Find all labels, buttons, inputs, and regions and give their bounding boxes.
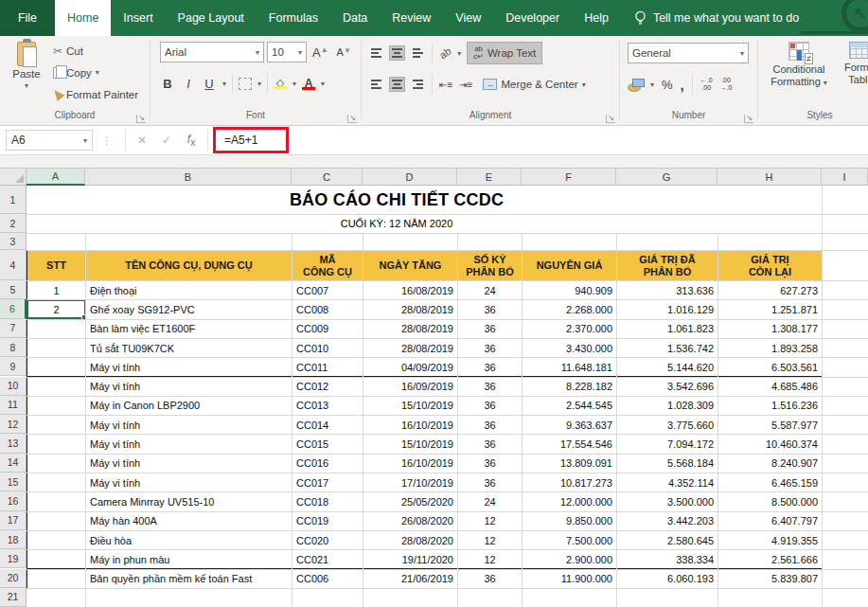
dialog-launcher-icon[interactable]: ↘ (347, 115, 357, 123)
table-cell[interactable]: 8.240.907 (718, 455, 823, 473)
table-cell[interactable]: 4.685.486 (718, 377, 823, 396)
table-cell[interactable]: CC018 (292, 492, 363, 511)
table-cell[interactable]: 1.893.258 (718, 339, 823, 358)
center-button[interactable] (390, 78, 404, 91)
col-header-A[interactable]: A (27, 169, 85, 186)
number-format-select[interactable]: General▾ (628, 43, 749, 63)
table-cell[interactable] (27, 320, 86, 339)
table-cell[interactable]: Điều hòa (86, 531, 292, 550)
table-cell[interactable]: 17/10/2019 (363, 473, 458, 492)
percent-style-button[interactable]: % (662, 78, 673, 92)
row-header-1[interactable]: 1 (0, 186, 27, 214)
table-cell[interactable]: Ghế xoay SG912-PVC (86, 300, 292, 319)
italic-button[interactable]: I (181, 77, 196, 91)
table-cell[interactable]: 6.060.193 (617, 569, 718, 588)
table-cell[interactable]: 1.028.309 (617, 397, 718, 416)
table-cell[interactable]: CC015 (292, 435, 363, 454)
table-cell[interactable]: 9.850.000 (523, 512, 617, 531)
table-cell[interactable]: 313.636 (617, 281, 718, 300)
table-cell[interactable]: 10.460.374 (718, 435, 823, 454)
table-cell[interactable]: 2.268.000 (523, 300, 617, 319)
table-cell[interactable]: 1.251.871 (718, 300, 823, 319)
table-cell[interactable]: Máy vi tính (86, 435, 292, 454)
table-cell[interactable]: 28/08/2019 (363, 300, 458, 319)
table-cell[interactable]: 16/10/2019 (363, 455, 458, 473)
dialog-launcher-icon[interactable]: ↘ (136, 115, 146, 123)
table-cell[interactable]: 2.580.645 (617, 531, 718, 550)
table-cell[interactable]: 2.561.666 (718, 550, 823, 569)
table-cell[interactable]: 36 (458, 377, 523, 396)
table-cell[interactable] (27, 397, 86, 416)
table-cell[interactable] (27, 550, 86, 569)
table-cell[interactable]: CC013 (292, 397, 363, 416)
table-cell[interactable]: 5.144.620 (617, 358, 718, 377)
table-cell[interactable]: 940.909 (523, 281, 617, 300)
table-cell[interactable]: 04/09/2019 (363, 358, 458, 377)
table-cell[interactable]: 2.900.000 (523, 550, 617, 569)
col-header-E[interactable]: E (457, 169, 522, 186)
table-cell[interactable]: 28/08/2020 (363, 531, 458, 550)
format-painter-button[interactable]: Format Painter (53, 83, 138, 105)
col-header-F[interactable]: F (522, 169, 616, 186)
table-cell[interactable]: 36 (458, 300, 523, 319)
table-cell[interactable]: 3.775.660 (617, 416, 718, 435)
table-cell[interactable]: 338.334 (617, 550, 718, 569)
table-cell[interactable]: 1.516.236 (718, 397, 823, 416)
table-cell[interactable] (27, 512, 86, 531)
row-header-2[interactable]: 2 (0, 214, 27, 233)
col-header-C[interactable]: C (292, 169, 363, 186)
row-header-11[interactable]: 11 (0, 396, 27, 415)
align-left-button[interactable] (369, 78, 383, 91)
table-cell[interactable]: 2.544.545 (523, 397, 617, 416)
table-cell[interactable]: 6.465.159 (718, 473, 823, 492)
row-header-14[interactable]: 14 (0, 454, 27, 473)
table-cell[interactable]: 36 (458, 473, 523, 492)
table-cell[interactable]: 1.016.129 (617, 300, 718, 319)
table-cell[interactable]: 3.500.000 (617, 492, 718, 511)
table-cell[interactable]: CC014 (292, 416, 363, 435)
table-cell[interactable]: CC019 (292, 512, 363, 531)
format-as-table-button[interactable]: Format Table (838, 42, 868, 86)
table-cell[interactable]: 36 (458, 455, 523, 473)
table-cell[interactable]: 36 (458, 416, 523, 435)
table-cell[interactable]: 16/08/2019 (363, 281, 458, 300)
table-cell[interactable]: 1.536.742 (617, 339, 718, 358)
table-cell[interactable] (27, 339, 86, 358)
table-header-cell[interactable]: STT (27, 251, 86, 281)
dialog-launcher-icon[interactable]: ↘ (606, 115, 615, 123)
table-cell[interactable]: Máy vi tính (86, 377, 292, 396)
table-cell[interactable]: 4.352.114 (617, 473, 718, 492)
font-name-select[interactable]: Arial▾ (160, 42, 264, 62)
table-cell[interactable]: 12 (458, 512, 523, 531)
table-cell[interactable]: 3.442.203 (617, 512, 718, 531)
table-cell[interactable]: CC011 (292, 358, 363, 377)
table-cell[interactable]: 15/10/2019 (363, 435, 458, 454)
table-cell[interactable]: Máy vi tính (86, 473, 292, 492)
table-cell[interactable]: Điện thoại (86, 281, 292, 300)
table-cell[interactable]: Máy vi tính (86, 358, 292, 377)
shrink-font-button[interactable]: A▼ (334, 46, 354, 58)
table-cell[interactable]: 21/06/2019 (363, 569, 458, 588)
font-size-select[interactable]: 10▾ (267, 42, 307, 62)
table-cell[interactable]: 36 (458, 358, 523, 377)
tab-formulas[interactable]: Formulas (257, 0, 330, 36)
table-header-cell[interactable]: GIÁ TRỊ CÒN LẠI (718, 251, 823, 281)
select-all-corner[interactable] (0, 169, 27, 186)
table-cell[interactable]: 11.900.000 (523, 569, 617, 588)
table-cell[interactable]: CC010 (292, 339, 363, 358)
table-cell[interactable]: 11.648.181 (523, 358, 617, 377)
table-cell[interactable]: 12.000.000 (523, 492, 617, 511)
spreadsheet-grid[interactable]: BÁO CÁO CHI TIẾT CCDC CUỐI KỲ: 12 NĂM 20… (0, 169, 868, 607)
table-cell[interactable]: 15/10/2019 (363, 397, 458, 416)
table-cell[interactable]: 7.094.172 (617, 435, 718, 454)
table-cell[interactable]: 5.587.977 (718, 416, 823, 435)
table-header-cell[interactable]: SỐ KỲ PHÂN BỔ (458, 251, 523, 281)
table-cell[interactable]: CC016 (292, 455, 363, 473)
table-cell[interactable]: CC020 (292, 531, 363, 550)
font-color-button[interactable]: A (302, 78, 315, 90)
table-header-cell[interactable]: NGÀY TĂNG (363, 251, 458, 281)
col-header-H[interactable]: H (717, 169, 822, 186)
table-cell[interactable]: 16/09/2019 (363, 377, 458, 396)
table-cell[interactable]: CC009 (292, 320, 363, 339)
table-header-cell[interactable]: NGUYÊN GIÁ (523, 251, 617, 281)
